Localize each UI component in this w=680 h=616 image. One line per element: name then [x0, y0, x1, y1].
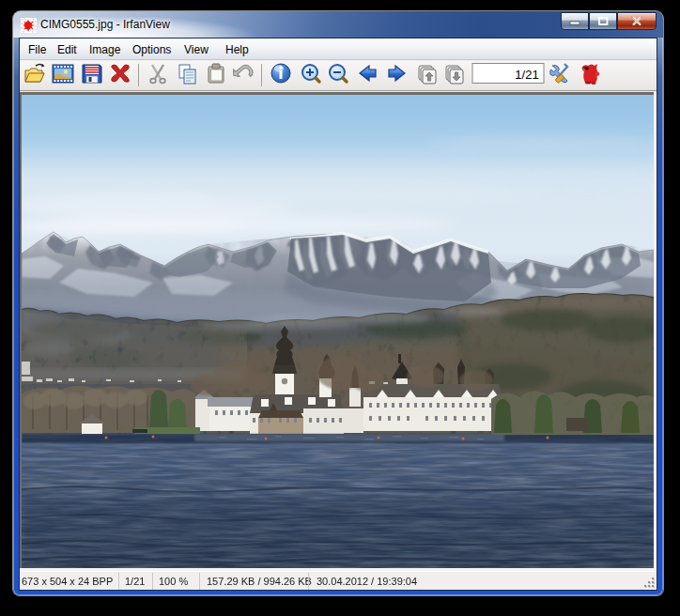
svg-text:1/21: 1/21 — [515, 68, 538, 82]
